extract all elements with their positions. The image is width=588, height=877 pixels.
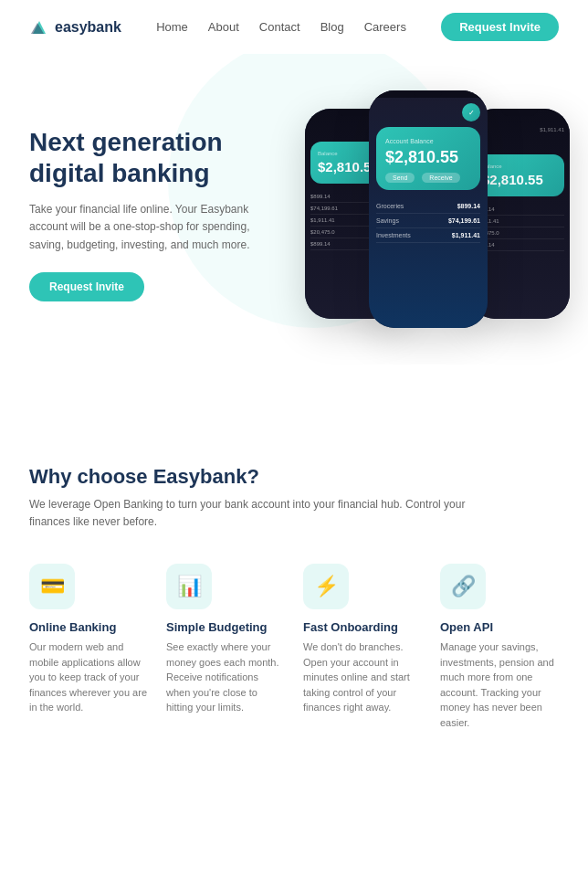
phone-main-row-1: Groceries$899.14 (376, 199, 480, 214)
features-grid: 💳 Online Banking Our modern web and mobi… (29, 564, 559, 763)
nav-contact[interactable]: Contact (259, 20, 300, 34)
phone-notch (337, 109, 373, 116)
nav-about[interactable]: About (208, 20, 239, 34)
feature-online-banking: 💳 Online Banking Our modern web and mobi… (29, 564, 148, 763)
logo: easybank (29, 17, 121, 37)
phone-card-actions: Send Receive (385, 173, 471, 183)
feature-desc-2: See exactly where your money goes each m… (166, 639, 285, 715)
why-title: Why choose Easybank? (29, 465, 559, 489)
phone-main-rows: Groceries$899.14 Savings$74,199.61 Inves… (369, 194, 488, 248)
hero-request-invite-button[interactable]: Request Invite (29, 272, 144, 301)
navbar: easybank Home About Contact Blog Careers… (0, 0, 588, 54)
feature-open-api: 🔗 Open API Manage your savings, investme… (440, 564, 559, 763)
phone-main-row-2: Savings$74,199.61 (376, 214, 480, 228)
feature-simple-budgeting: 📊 Simple Budgeting See exactly where you… (166, 564, 285, 763)
hero-section: Next generation digital banking Take you… (0, 54, 588, 365)
phone-main-balance-label: Account Balance (385, 138, 471, 144)
feature-title-3: Fast Onboarding (303, 620, 422, 634)
spacer-2 (0, 790, 588, 845)
feature-desc-1: Our modern web and mobile applications a… (29, 639, 148, 715)
nav-links: Home About Contact Blog Careers (156, 20, 406, 34)
phone-main-balance: $2,810.55 (385, 148, 471, 167)
hero-title: Next generation digital banking (29, 127, 285, 188)
feature-title-4: Open API (440, 620, 559, 634)
spacer-1 (0, 365, 588, 419)
nav-request-invite-button[interactable]: Request Invite (441, 13, 559, 41)
feature-icon-wrap-4: 🔗 (440, 564, 486, 609)
feature-icon-wrap-2: 📊 (166, 564, 212, 609)
simple-budgeting-icon: 📊 (177, 575, 202, 598)
why-description: We leverage Open Banking to turn your ba… (29, 496, 486, 531)
logo-icon (29, 17, 49, 37)
feature-icon-wrap-1: 💳 (29, 564, 75, 609)
articles-section: Latest Articles 💵 By Claire Robinson Rec… (0, 845, 588, 877)
nav-blog[interactable]: Blog (320, 20, 344, 34)
feature-fast-onboarding: ⚡ Fast Onboarding We don't do branches. … (303, 564, 422, 763)
hero-text: Next generation digital banking Take you… (29, 90, 285, 301)
feature-icon-wrap-3: ⚡ (303, 564, 349, 609)
why-section: Why choose Easybank? We leverage Open Ba… (0, 419, 588, 790)
phone-main: ✓ Account Balance $2,810.55 Send Receive… (369, 90, 488, 328)
online-banking-icon: 💳 (40, 575, 65, 598)
nav-home[interactable]: Home (156, 20, 188, 34)
feature-desc-4: Manage your savings, investments, pensio… (440, 639, 559, 730)
feature-title-1: Online Banking (29, 620, 148, 634)
phone-status-bar (369, 90, 488, 98)
nav-careers[interactable]: Careers (364, 20, 406, 34)
phone-right-notch (501, 109, 538, 116)
logo-text: easybank (55, 19, 121, 36)
hero-description: Take your financial life online. Your Ea… (29, 201, 285, 254)
fast-onboarding-icon: ⚡ (314, 575, 339, 598)
phone-right-balance-card: Balance $2,810.55 (475, 154, 564, 196)
phone-notch-main (415, 92, 442, 96)
feature-desc-3: We don't do branches. Open your account … (303, 639, 422, 715)
phone-avatar: ✓ (462, 103, 480, 122)
phone-main-row-3: Investments$1,911.41 (376, 228, 480, 243)
feature-title-2: Simple Budgeting (166, 620, 285, 634)
phone-balance-card: Account Balance $2,810.55 Send Receive (376, 127, 480, 190)
phone-header: ✓ (369, 98, 488, 123)
open-api-icon: 🔗 (451, 575, 476, 598)
